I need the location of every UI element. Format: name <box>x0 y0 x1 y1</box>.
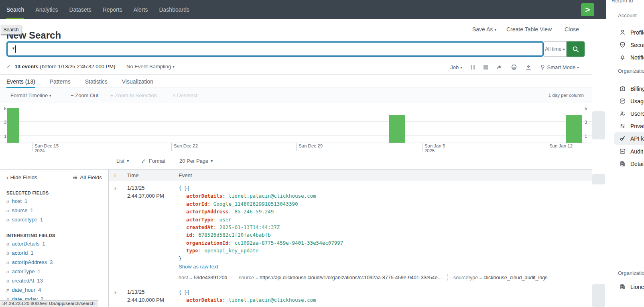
y-axis-tick-label: 5 <box>4 106 6 111</box>
timeline-plot[interactable]: 113355 <box>0 103 592 143</box>
tab-visualization[interactable]: Visualization <box>122 75 153 88</box>
json-key[interactable]: organizationId <box>186 240 228 246</box>
y-axis-tick-label: 3 <box>4 120 6 125</box>
stop-button[interactable] <box>484 65 488 70</box>
nav-item-datasets[interactable]: Datasets <box>69 0 91 19</box>
deselect-button[interactable]: × Deselect <box>173 92 197 98</box>
splunk-logo-icon[interactable]: > <box>581 3 594 16</box>
return-to-link[interactable]: Return to <box>611 0 633 4</box>
json-value[interactable]: 2025-01-13T14:44:37Z <box>219 224 280 230</box>
nav-item-analytics[interactable]: Analytics <box>35 0 58 19</box>
share-button[interactable] <box>496 64 503 70</box>
search-input[interactable]: * <box>6 41 544 57</box>
zoom-to-selection-button[interactable]: + Zoom to Selection <box>110 92 157 98</box>
export-button[interactable] <box>525 64 532 70</box>
pause-button[interactable] <box>470 65 475 70</box>
json-key[interactable]: createdAt <box>186 224 213 230</box>
save-as-button[interactable]: Save As ▾ <box>472 26 496 33</box>
zoom-out-button[interactable]: − Zoom Out <box>71 92 98 98</box>
menu-item-audit[interactable]: Audit <box>614 145 644 158</box>
create-table-view-button[interactable]: Create Table View <box>506 26 552 33</box>
nav-item-reports[interactable]: Reports <box>103 0 122 19</box>
nav-item-alerts[interactable]: Alerts <box>134 0 148 19</box>
json-key[interactable]: id <box>186 232 192 238</box>
hide-fields-link[interactable]: ‹ Hide Fields <box>6 174 37 180</box>
menu-item-profile[interactable]: Profile <box>614 26 644 39</box>
column-scale-note: 1 day per column <box>549 93 584 98</box>
building-icon <box>619 283 626 290</box>
shield-check-icon <box>619 41 626 48</box>
all-fields-link[interactable]: All Fields <box>73 174 102 180</box>
json-value[interactable]: openapi_key_update <box>204 248 258 254</box>
json-value[interactable]: user <box>219 217 232 223</box>
splunk-window: Search Analytics Datasets Reports Alerts… <box>0 0 606 307</box>
field-type-icon: a <box>6 217 9 223</box>
list-view-dropdown[interactable]: List ▾ <box>116 158 129 164</box>
org-switcher-section-label: Organization <box>618 270 644 276</box>
format-results-button[interactable]: Format <box>141 158 165 164</box>
expand-event-chevron-icon[interactable]: › <box>114 289 116 295</box>
field-actorDetails[interactable]: aactorDetails1 <box>6 241 102 247</box>
menu-item-billing[interactable]: Billing <box>614 82 644 95</box>
field-sourcetype[interactable]: asourcetype1 <box>6 217 102 223</box>
per-page-dropdown[interactable]: 20 Per Page ▾ <box>179 158 213 164</box>
event-sampling-dropdown[interactable]: No Event Sampling ▾ <box>126 63 175 70</box>
field-source[interactable]: asource1 <box>6 207 102 214</box>
tab-events[interactable]: Events (13) <box>6 75 35 88</box>
json-key[interactable]: actorDetails <box>186 297 222 303</box>
show-raw-text-link[interactable]: Show as raw text <box>179 263 592 271</box>
json-value[interactable]: Google_114602629918513043390 <box>213 201 298 207</box>
menu-item-users[interactable]: Users <box>614 107 644 120</box>
menu-item-organization-lionel[interactable]: Lionel <box>614 280 644 293</box>
json-value[interactable]: 678526d582c1f20fac4babfb <box>198 232 271 238</box>
menu-item-details[interactable]: Details <box>614 158 644 170</box>
json-value[interactable]: lionel.palacin@clickhouse.com <box>228 297 316 303</box>
json-value[interactable]: lionel.palacin@clickhouse.com <box>228 193 316 199</box>
timeline-bar[interactable] <box>566 115 582 143</box>
field-actorId[interactable]: aactorId1 <box>6 250 102 256</box>
field-host[interactable]: ahost1 <box>6 198 102 205</box>
x-icon: × <box>173 92 176 98</box>
building-icon <box>619 160 626 167</box>
close-button[interactable]: Close <box>565 26 579 33</box>
menu-item-security[interactable]: Security <box>614 39 644 51</box>
search-submit-button[interactable] <box>567 41 585 57</box>
json-key[interactable]: type <box>186 248 198 254</box>
result-summary: ✓ 13 events (before 1/13/25 2:45:32.000 … <box>6 63 115 70</box>
menu-item-private[interactable]: Private <box>614 120 644 132</box>
meta-source-value[interactable]: https://api.clickhouse.cloud/v1/organiza… <box>260 275 442 280</box>
search-mode-dropdown[interactable]: Smart Mode ▾ <box>540 64 579 70</box>
expand-event-chevron-icon[interactable]: › <box>114 184 116 191</box>
json-key[interactable]: actorDetails <box>186 193 222 199</box>
x-axis-tick <box>296 143 297 151</box>
collapse-json-link[interactable]: [-] <box>185 289 189 295</box>
timeline-bar[interactable] <box>389 115 405 143</box>
print-button[interactable] <box>511 64 517 70</box>
json-key[interactable]: actorType <box>186 217 213 223</box>
format-timeline-dropdown[interactable]: Format Timeline ▾ <box>10 92 51 98</box>
menu-item-notifications[interactable]: Notifications <box>614 51 644 63</box>
job-menu[interactable]: Job ▾ <box>450 64 462 70</box>
time-range-picker[interactable]: All time ▾ <box>544 41 567 57</box>
nav-label: Analytics <box>35 6 58 13</box>
meta-sourcetype-value[interactable]: clickhouse_cloud_audit_logs <box>484 275 547 280</box>
json-key[interactable]: actorIpAddress <box>186 209 228 215</box>
field-actorType[interactable]: aactorType1 <box>6 268 102 275</box>
y-axis-tick-label: 5 <box>585 106 587 111</box>
field-createdAt[interactable]: acreatedAt13 <box>6 278 102 284</box>
field-date_hour[interactable]: #date_hour4 <box>6 287 102 293</box>
tab-statistics[interactable]: Statistics <box>85 75 108 88</box>
timeline-bar[interactable] <box>7 108 19 143</box>
tab-patterns[interactable]: Patterns <box>50 75 71 88</box>
collapse-json-link[interactable]: [-] <box>185 185 189 191</box>
json-value[interactable]: 85.246.59.249 <box>234 209 274 215</box>
nav-item-dashboards[interactable]: Dashboards <box>159 0 189 19</box>
meta-source: source = https://api.clickhouse.cloud/v1… <box>233 274 447 281</box>
menu-item-usage[interactable]: Usage <box>614 95 644 107</box>
field-actorIpAddress[interactable]: aactorIpAddress3 <box>6 259 102 266</box>
json-value[interactable]: cc1092aa-8775-459e-9401-33e54ec07997 <box>234 240 343 246</box>
meta-host-value[interactable]: 53de4339120b <box>194 275 227 280</box>
menu-item-api-keys[interactable]: API keys <box>614 132 644 145</box>
json-key[interactable]: actorId <box>186 201 207 207</box>
nav-item-search[interactable]: Search <box>6 0 24 19</box>
